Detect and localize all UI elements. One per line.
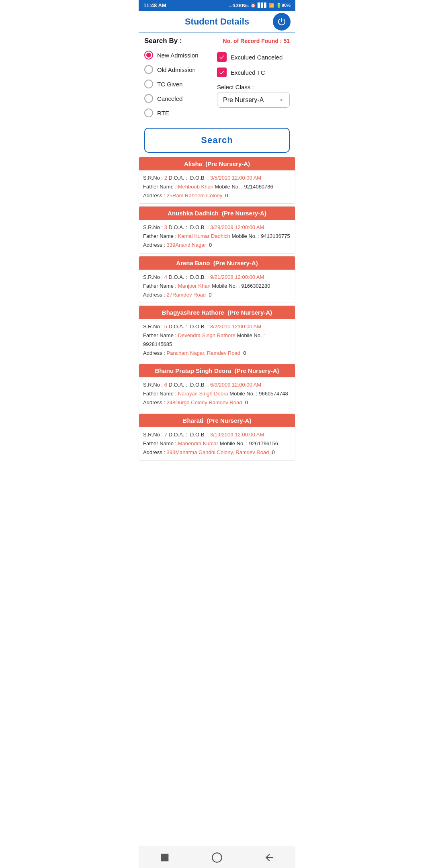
student-card-header: Bhanu Pratap Singh Deora (Pre Nursery-A) <box>139 364 295 377</box>
student-card-header: Bhagyashree Rathore (Pre Nursery-A) <box>139 306 295 319</box>
student-card-body: S.R.No : 2 D.O.A. : D.O.B. : 3/5/2010 12… <box>139 170 295 203</box>
search-btn-container: Search <box>139 121 295 157</box>
record-count: No. of Record Found : 51 <box>223 38 290 44</box>
checkbox-exculued-tc[interactable]: Exculued TC <box>217 66 290 79</box>
student-info-sr: S.R.No : 6 D.O.A. : D.O.B. : 6/9/2009 12… <box>143 381 291 389</box>
radio-label-rte: RTE <box>157 110 169 117</box>
student-info-father: Father Name : Narayan Singh Deora Mobile… <box>143 389 291 398</box>
radio-canceled[interactable]: Canceled <box>144 92 217 104</box>
student-info-father: Father Name : Mahendra Kumar Mobile No. … <box>143 439 291 448</box>
student-info-address: Address : 248Durga Colony Ramdev Road 0 <box>143 398 291 407</box>
filter-left: New Admission Old Admission TC Given Can… <box>144 49 217 119</box>
student-info-father: Father Name : Manjoor Khan Mobile No. : … <box>143 282 291 291</box>
student-card-header: Bharati (Pre Nursery-A) <box>139 414 295 427</box>
student-info-sr: S.R.No : 3 D.O.A. : D.O.B. : 3/29/2009 1… <box>143 223 291 232</box>
filter-grid: New Admission Old Admission TC Given Can… <box>144 49 290 119</box>
clock-icon: ⏰ <box>250 3 256 8</box>
student-info-sr: S.R.No : 2 D.O.A. : D.O.B. : 3/5/2010 12… <box>143 174 291 182</box>
radio-tc-given[interactable]: TC Given <box>144 78 217 90</box>
student-card[interactable]: Anushka Dadhich (Pre Nursery-A) S.R.No :… <box>139 206 295 253</box>
status-time: 11:48 AM <box>143 2 166 8</box>
student-card-body: S.R.No : 5 D.O.A. : D.O.B. : 8/2/2010 12… <box>139 319 295 361</box>
student-info-father: Father Name : Mehboob Khan Mobile No. : … <box>143 182 291 191</box>
student-card[interactable]: Bhagyashree Rathore (Pre Nursery-A) S.R.… <box>139 305 295 361</box>
search-header: Search By : No. of Record Found : 51 <box>144 37 290 45</box>
power-button[interactable] <box>273 13 291 31</box>
student-card[interactable]: Arena Bano (Pre Nursery-A) S.R.No : 4 D.… <box>139 256 295 303</box>
battery-icon: 🔋90% <box>276 3 291 8</box>
class-select[interactable]: Pre Nursery-A Pre Nursery-B Nursery-A Nu… <box>217 92 290 108</box>
search-by-label: Search By : <box>144 37 182 45</box>
checkbox-box-exculued-canceled <box>217 52 227 62</box>
student-info-address: Address : 25Ram Raheem Colony 0 <box>143 191 291 200</box>
students-list: Alisha (Pre Nursery-A) S.R.No : 2 D.O.A.… <box>139 157 295 495</box>
network-speed: ...0.3KB/s <box>229 3 249 8</box>
student-info-sr: S.R.No : 4 D.O.A. : D.O.B. : 9/21/2008 1… <box>143 273 291 282</box>
radio-label-tc-given: TC Given <box>157 81 182 88</box>
student-info-address: Address : 339Anand Nagar 0 <box>143 241 291 250</box>
radio-circle-old-admission <box>144 65 153 74</box>
student-card-header: Anushka Dadhich (Pre Nursery-A) <box>139 207 295 220</box>
page-title: Student Details <box>185 16 249 27</box>
select-class-section: Select Class : Pre Nursery-A Pre Nursery… <box>217 84 290 108</box>
radio-circle-new-admission <box>144 51 153 59</box>
checkbox-label-exculued-canceled: Exculued Canceled <box>231 54 283 61</box>
select-class-label: Select Class : <box>217 84 290 90</box>
student-card-body: S.R.No : 3 D.O.A. : D.O.B. : 3/29/2009 1… <box>139 220 295 253</box>
radio-circle-tc-given <box>144 80 153 88</box>
student-info-sr: S.R.No : 7 D.O.A. : D.O.B. : 3/19/2009 1… <box>143 430 291 439</box>
checkbox-exculued-canceled[interactable]: Exculued Canceled <box>217 51 290 63</box>
radio-new-admission[interactable]: New Admission <box>144 49 217 61</box>
student-card-body: S.R.No : 6 D.O.A. : D.O.B. : 6/9/2009 12… <box>139 377 295 410</box>
student-info-address: Address : 27Ramdev Road 0 <box>143 291 291 299</box>
filter-right: Exculued Canceled Exculued TC Select Cla… <box>217 49 290 119</box>
search-button[interactable]: Search <box>144 128 290 153</box>
header: Student Details <box>139 11 295 33</box>
student-card[interactable]: Bharati (Pre Nursery-A) S.R.No : 7 D.O.A… <box>139 414 295 461</box>
radio-label-new-admission: New Admission <box>157 52 199 59</box>
student-info-address: Address : 393Mahatma Gandhi Colony, Ramd… <box>143 448 291 457</box>
radio-label-old-admission: Old Admission <box>157 66 196 73</box>
student-card-header: Alisha (Pre Nursery-A) <box>139 157 295 170</box>
signal-icon: ▋▋▋ <box>258 3 267 8</box>
student-info-father: Father Name : Kamal Kumar Dadhich Mobile… <box>143 232 291 241</box>
student-info-address: Address : Pancham Nagar, Ramdev Road 0 <box>143 349 291 358</box>
student-info-sr: S.R.No : 5 D.O.A. : D.O.B. : 8/2/2010 12… <box>143 322 291 331</box>
radio-label-canceled: Canceled <box>157 95 182 102</box>
student-card-body: S.R.No : 4 D.O.A. : D.O.B. : 9/21/2008 1… <box>139 270 295 303</box>
status-bar: 11:48 AM ...0.3KB/s ⏰ ▋▋▋ 📶 🔋90% <box>139 0 295 11</box>
student-card[interactable]: Alisha (Pre Nursery-A) S.R.No : 2 D.O.A.… <box>139 157 295 204</box>
power-icon <box>277 17 287 27</box>
radio-circle-rte <box>144 108 153 117</box>
radio-rte[interactable]: RTE <box>144 107 217 119</box>
student-info-father: Father Name : Devendra Singh Rathore Mob… <box>143 331 291 349</box>
wifi-icon: 📶 <box>269 3 274 8</box>
checkbox-label-exculued-tc: Exculued TC <box>231 69 265 76</box>
student-card-body: S.R.No : 7 D.O.A. : D.O.B. : 3/19/2009 1… <box>139 427 295 460</box>
status-right: ...0.3KB/s ⏰ ▋▋▋ 📶 🔋90% <box>229 3 291 8</box>
checkmark-icon-2 <box>219 69 225 76</box>
student-card-header: Arena Bano (Pre Nursery-A) <box>139 256 295 270</box>
radio-old-admission[interactable]: Old Admission <box>144 63 217 76</box>
search-section: Search By : No. of Record Found : 51 New… <box>139 33 295 121</box>
checkbox-box-exculued-tc <box>217 68 227 77</box>
checkmark-icon <box>219 54 225 60</box>
student-card[interactable]: Bhanu Pratap Singh Deora (Pre Nursery-A)… <box>139 364 295 411</box>
radio-circle-canceled <box>144 94 153 103</box>
